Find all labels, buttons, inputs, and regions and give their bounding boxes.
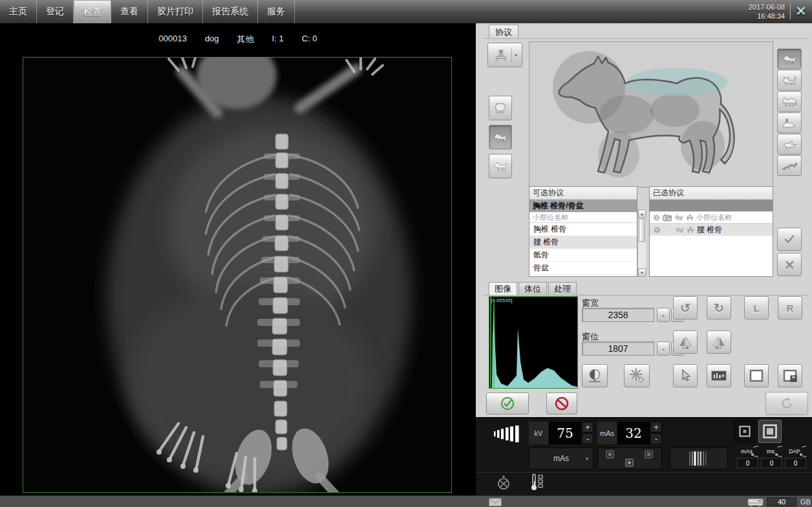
tab-processing[interactable]: 处理 [548,282,577,295]
marker-left-button[interactable]: L [744,296,769,319]
close-app-button[interactable]: ✕ [793,3,809,19]
species-horse-button[interactable] [777,91,802,112]
species-rabbit-button[interactable] [777,113,802,133]
histogram-plot [489,297,577,388]
table-mini-icon [687,226,694,233]
barcode-icon [687,451,711,466]
image-process-button[interactable] [707,364,731,387]
species-reptile-button[interactable] [777,155,802,176]
species-dog-button[interactable] [777,49,802,69]
tab-protocol[interactable]: 协议 [489,25,518,39]
ms-readout-label: ms [761,445,782,458]
cursor-icon [678,369,692,383]
species-cat-button[interactable] [777,70,802,91]
protocol-item-thoracic[interactable]: 胸椎 椎骨 [529,223,637,236]
crop-view-button[interactable] [744,364,769,387]
available-list-scrollbar[interactable]: ▲ ▼ [637,210,646,277]
menu-item-service[interactable]: 服务 [258,0,295,23]
menu-item-film-print[interactable]: 胶片打印 [148,0,203,23]
barcode-section[interactable] [670,448,728,469]
exposure-beam-icon [494,424,524,444]
save-image-button[interactable] [778,364,802,387]
menu-item-home[interactable]: 主页 [0,0,37,23]
protocol-group-row[interactable]: 胸椎 椎骨/骨盆 [529,200,637,212]
large-focus-button[interactable] [758,420,782,443]
flip-vertical-button[interactable] [673,330,698,354]
menu-item-exam[interactable]: 检查 [74,0,111,23]
mas-minus-button[interactable]: - [650,433,662,444]
disk-storage-icon [747,497,764,507]
species-bird-button[interactable] [777,134,802,155]
menu-item-report-system[interactable]: 报告系统 [203,0,258,23]
kv-minus-button[interactable]: - [582,433,593,444]
ms-readout-value: 0 [761,458,782,468]
marker-left-label: L [753,303,759,314]
tab-position[interactable]: 体位 [518,282,547,295]
image-tab-underline [484,295,807,296]
marker-right-button[interactable]: R [778,296,802,319]
message-envelope-icon[interactable] [489,498,502,506]
flip-vertical-icon [677,335,694,349]
kv-label: kV [529,422,548,444]
accept-check-icon [500,396,515,411]
window-width-value: 2358 [582,308,654,322]
auto-enhance-button[interactable] [624,364,650,387]
scroll-down-button[interactable]: ▼ [638,268,646,277]
rotate-ccw-button[interactable]: ↺ [673,296,698,319]
aec-field-right-button[interactable] [645,450,653,458]
window-width-minus-button[interactable]: - [657,308,670,322]
dog-size-small-button[interactable] [489,154,512,178]
invert-contrast-button[interactable] [582,364,608,387]
gear-icon [653,214,660,221]
storage-unit-label: GB [800,498,811,506]
selected-column-header[interactable]: 小部位名称 [696,213,732,222]
reject-image-button[interactable] [546,393,577,415]
mas-readout-label: mAs [737,445,758,458]
histogram-display: [0,65535] [489,296,578,389]
remove-protocol-button[interactable] [777,253,802,276]
aec-field-center-button[interactable] [625,458,634,467]
xray-image-viewport[interactable] [23,57,452,493]
flip-horizontal-button[interactable] [707,330,731,354]
kv-plus-button[interactable]: + [582,422,593,433]
select-tool-button[interactable] [673,364,698,387]
medium-dog-icon [493,131,508,143]
horse-icon [782,96,797,107]
selected-list-toolbar-row [650,200,773,211]
aec-field-left-button[interactable] [606,450,614,458]
available-column-header[interactable]: 小部位名称 [529,212,637,223]
date-label: 2017-06-08 [749,3,785,12]
menu-item-register[interactable]: 登记 [37,0,74,23]
protocol-item-sacrum[interactable]: 骶骨 [529,249,637,262]
generator-control-panel: kV 75 + - mAs 32 + - mAs ▾ [476,417,812,495]
small-focus-button[interactable] [734,420,756,442]
tube-heat-icon [530,473,544,491]
technique-mode-dropdown[interactable]: mAs ▾ [529,448,593,469]
dog-size-medium-button[interactable] [489,125,512,149]
svg-text:DAP: DAP [789,448,800,455]
tab-image[interactable]: 图像 [489,282,517,295]
body-part-selector-illustration[interactable] [529,41,773,188]
rotate-cw-button[interactable]: ↻ [707,296,731,319]
patient-table-dropdown-button[interactable]: ▾ [487,43,522,67]
save-icon [782,369,798,382]
confirm-protocol-button[interactable] [777,228,802,251]
collimator-status-icon[interactable] [497,475,511,490]
scroll-up-button[interactable]: ▲ [638,210,646,218]
window-level-minus-button[interactable]: - [657,341,670,356]
protocol-item-pelvis[interactable]: 骨盆 [529,262,637,275]
protocol-item-caudal[interactable]: 尾椎 椎骨 [529,275,637,277]
dog-size-large-button[interactable] [489,96,512,120]
mas-plus-button[interactable]: + [650,422,662,433]
selected-protocol-label: 腰 椎骨 [697,224,722,235]
scroll-thumb[interactable] [639,219,645,242]
mas-label: mAs [597,422,617,444]
status-bar: 40 GB [0,495,812,507]
accept-image-button[interactable] [486,393,529,415]
white-frame-icon [749,369,764,382]
protocol-item-lumbar[interactable]: 腰 椎骨 [529,236,637,249]
menu-item-view[interactable]: 查看 [111,0,148,23]
reset-button[interactable] [765,392,808,415]
selected-protocol-row[interactable]: 腰 椎骨 [650,224,773,236]
storage-remaining-value: 40 [767,497,796,506]
